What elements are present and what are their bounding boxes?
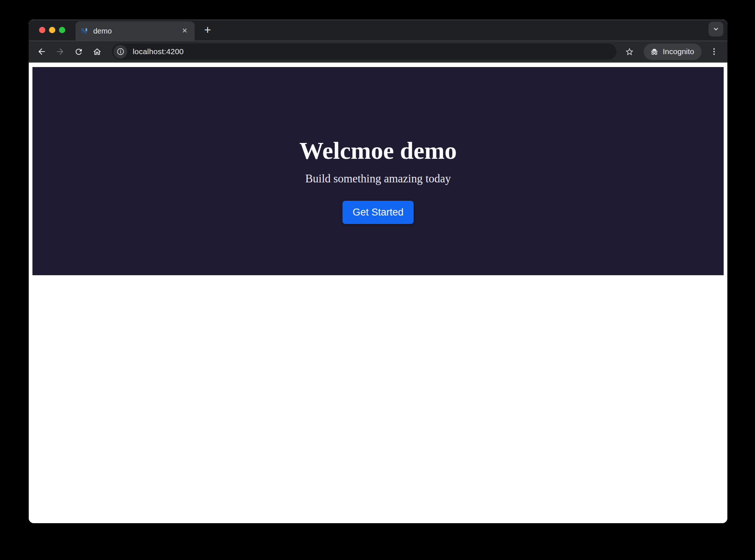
forward-button[interactable]: [52, 43, 69, 60]
reload-button[interactable]: [70, 43, 87, 60]
desktop-background: demo × +: [0, 0, 755, 560]
url-text: localhost:4200: [133, 47, 184, 56]
tab-search-button[interactable]: [709, 22, 723, 36]
browser-toolbar: localhost:4200 Incognito: [29, 41, 727, 63]
chevron-down-icon: [713, 26, 719, 32]
nx-favicon-icon: [80, 27, 88, 35]
tab-strip: demo × +: [29, 20, 727, 41]
home-button[interactable]: [88, 43, 105, 60]
new-tab-button[interactable]: +: [200, 22, 215, 38]
hero-subtitle: Build something amazing today: [305, 172, 451, 185]
incognito-badge: Incognito: [644, 43, 702, 60]
browser-window: demo × +: [29, 20, 727, 523]
browser-tab-demo[interactable]: demo ×: [76, 21, 195, 41]
back-button[interactable]: [33, 43, 50, 60]
window-minimize-button[interactable]: [49, 27, 55, 33]
three-dot-menu-icon: [710, 47, 719, 56]
incognito-label: Incognito: [663, 47, 694, 56]
browser-menu-button[interactable]: [706, 43, 722, 60]
get-started-button[interactable]: Get Started: [342, 201, 414, 224]
tab-close-icon[interactable]: ×: [179, 25, 190, 36]
info-icon: [116, 48, 125, 56]
window-zoom-button[interactable]: [59, 27, 65, 33]
forward-arrow-icon: [55, 47, 65, 56]
hero-section: Welcmoe demo Build something amazing tod…: [32, 67, 724, 275]
window-close-button[interactable]: [39, 27, 45, 33]
page-viewport: Welcmoe demo Build something amazing tod…: [29, 63, 727, 523]
hero-heading: Welcmoe demo: [299, 137, 457, 164]
bookmark-button[interactable]: [622, 43, 638, 60]
site-info-button[interactable]: [114, 45, 127, 59]
address-bar[interactable]: localhost:4200: [112, 43, 616, 60]
tab-title: demo: [93, 27, 179, 35]
back-arrow-icon: [37, 47, 46, 56]
reload-icon: [74, 47, 83, 56]
window-controls: [39, 20, 65, 41]
incognito-icon: [650, 47, 659, 56]
home-icon: [93, 47, 102, 56]
star-icon: [625, 47, 634, 56]
